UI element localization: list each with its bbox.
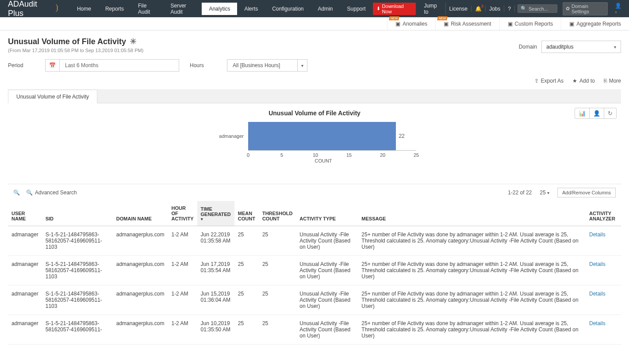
col-sid[interactable]: SID: [42, 201, 113, 226]
col-mean-count[interactable]: MEAN COUNT: [234, 201, 259, 226]
chart-add-button[interactable]: 📊: [575, 108, 589, 118]
nav-reports[interactable]: Reports: [98, 3, 131, 15]
x-axis-label: COUNT: [34, 158, 613, 163]
subnav-label: Anomalies: [403, 21, 427, 27]
cell: 25+ number of File Activity was done by …: [358, 226, 586, 256]
bar[interactable]: 22: [248, 122, 396, 150]
chevron-down-icon: ▾: [614, 45, 616, 49]
cell: admanager: [8, 285, 42, 315]
col-time-generated[interactable]: TIME GENERATED▾: [197, 201, 234, 226]
notifications-button[interactable]: 🔔3: [472, 6, 486, 12]
subnav-label: Aggregate Reports: [576, 21, 621, 27]
domain-settings-button[interactable]: ✿ Domain Settings: [563, 2, 608, 15]
results-table: USER NAMESIDDOMAIN NAMEHOUR OF ACTIVITYT…: [8, 201, 621, 345]
col-message[interactable]: MESSAGE: [358, 201, 586, 226]
brand-name: ADAudit Plus: [8, 0, 54, 18]
tick: 20: [380, 152, 385, 158]
col-threshold-count[interactable]: THRESHOLD COUNT: [259, 201, 296, 226]
cell: S-1-5-21-1484795863-58162057-4169609511-…: [42, 226, 113, 256]
cell: S-1-5-21-1484795863-58162057-4169609511-…: [42, 285, 113, 315]
table-row: admanagerS-1-5-21-1484795863-58162057-41…: [8, 226, 621, 256]
calendar-button[interactable]: 📅: [45, 59, 60, 72]
help-link[interactable]: ?: [504, 6, 515, 12]
nav-file-audit[interactable]: File Audit: [131, 3, 164, 15]
chart-refresh-button[interactable]: ↻: [604, 108, 616, 118]
details-link[interactable]: Details: [589, 231, 606, 238]
nav-support[interactable]: Support: [340, 3, 373, 15]
pagination-info: 1-22 of 22: [508, 190, 532, 196]
download-button[interactable]: ⬇ Download Now: [373, 3, 416, 15]
license-link[interactable]: License: [446, 6, 472, 12]
subnav-risk-assessment[interactable]: NEW▣Risk Assessment: [435, 17, 499, 30]
nav-admin[interactable]: Admin: [311, 3, 340, 15]
sun-icon[interactable]: ☀: [130, 37, 137, 46]
cell: Jun 17,2019 01:35:54 AM: [197, 256, 234, 285]
cell: 25: [259, 315, 296, 345]
cell: admanagerplus.com: [113, 285, 168, 315]
cell: Jun 15,2019 01:36:04 AM: [197, 285, 234, 315]
report-icon: ▣: [569, 21, 574, 27]
add-remove-columns-button[interactable]: Add/Remove Columns: [557, 188, 616, 197]
cell-details: Details: [586, 315, 621, 345]
subnav-aggregate-reports[interactable]: ▣Aggregate Reports: [561, 17, 629, 30]
col-domain-name[interactable]: DOMAIN NAME: [113, 201, 168, 226]
cell: Unusual Activity -File Activity Count (B…: [296, 256, 358, 285]
details-link[interactable]: Details: [589, 261, 606, 267]
hours-dropdown-button[interactable]: ▾: [298, 59, 307, 72]
addto-label: Add to: [579, 78, 595, 84]
more-icon: ⎘: [604, 78, 607, 84]
cell: S-1-5-21-1484795863-58162057-4169609511-: [42, 315, 113, 345]
page-title: Unusual Volume of File Activity: [8, 37, 126, 46]
col-activity-analyzer[interactable]: ACTIVITY ANALYZER: [586, 201, 621, 226]
export-as-button[interactable]: ⇪Export As: [534, 78, 564, 84]
subnav-custom-reports[interactable]: ▣Custom Reports: [499, 17, 561, 30]
nav-home[interactable]: Home: [70, 3, 98, 15]
col-user-name[interactable]: USER NAME: [8, 201, 42, 226]
cell: 1-2 AM: [168, 226, 197, 256]
global-search[interactable]: 🔍 Search...: [518, 4, 557, 13]
report-icon: ▣: [508, 21, 513, 27]
cell: 25: [234, 285, 259, 315]
details-link[interactable]: Details: [589, 320, 606, 326]
report-icon: ▣: [444, 21, 449, 27]
logo[interactable]: ADAudit Plus ⟯: [0, 0, 70, 18]
page-size-select[interactable]: 25 ▾: [540, 190, 549, 196]
profile-menu[interactable]: 👤 ▾: [610, 3, 629, 15]
cell: Unusual Activity -File Activity Count (B…: [296, 285, 358, 315]
topbar: ADAudit Plus ⟯ HomeReportsFile AuditServ…: [0, 0, 629, 17]
subnav-anomalies[interactable]: NEW▣Anomalies: [387, 17, 435, 30]
hours-value[interactable]: All [Business Hours]: [227, 59, 298, 72]
chart-user-button[interactable]: 👤: [589, 108, 604, 118]
table-row: admanagerS-1-5-21-1484795863-58162057-41…: [8, 256, 621, 285]
jobs-link[interactable]: Jobs: [486, 6, 504, 12]
col-hour-of-activity[interactable]: HOUR OF ACTIVITY: [168, 201, 197, 226]
page-header: Unusual Volume of File Activity ☀ (From …: [0, 30, 629, 55]
advanced-search-label: Advanced Search: [35, 190, 77, 196]
chart-tools: 📊 👤 ↻: [575, 108, 617, 119]
nav-alerts[interactable]: Alerts: [237, 3, 265, 15]
domain-label: Domain: [519, 44, 537, 50]
tab-unusual-volume[interactable]: Unusual Volume of File Activity: [8, 90, 97, 103]
advanced-search-button[interactable]: 🔍Advanced Search: [26, 190, 77, 196]
cell: 1-2 AM: [168, 285, 197, 315]
more-button[interactable]: ⎘More: [604, 78, 621, 84]
nav-analytics[interactable]: Analytics: [202, 3, 237, 15]
subnav-label: Custom Reports: [515, 21, 553, 27]
cell-details: Details: [586, 285, 621, 315]
nav-configuration[interactable]: Configuration: [265, 3, 311, 15]
col-activity-type[interactable]: ACTIVITY TYPE: [296, 201, 358, 226]
filters: Period 📅 Last 6 Months Hours All [Busine…: [0, 55, 629, 75]
cell: 25: [234, 315, 259, 345]
details-link[interactable]: Details: [589, 291, 606, 297]
page-title-row: Unusual Volume of File Activity ☀: [8, 37, 143, 46]
jump-to-link[interactable]: Jump to: [420, 3, 445, 15]
bar-label: admanager: [213, 133, 244, 139]
search-button[interactable]: 🔍: [13, 190, 20, 196]
new-badge: NEW: [437, 16, 448, 20]
domain-select[interactable]: adauditplus ▾: [541, 41, 621, 53]
period-value[interactable]: Last 6 Months: [60, 59, 179, 72]
nav-server-audit[interactable]: Server Audit: [163, 3, 202, 15]
add-to-button[interactable]: ★Add to: [572, 78, 595, 84]
bar-value: 22: [399, 133, 404, 139]
tick: 15: [346, 152, 352, 158]
